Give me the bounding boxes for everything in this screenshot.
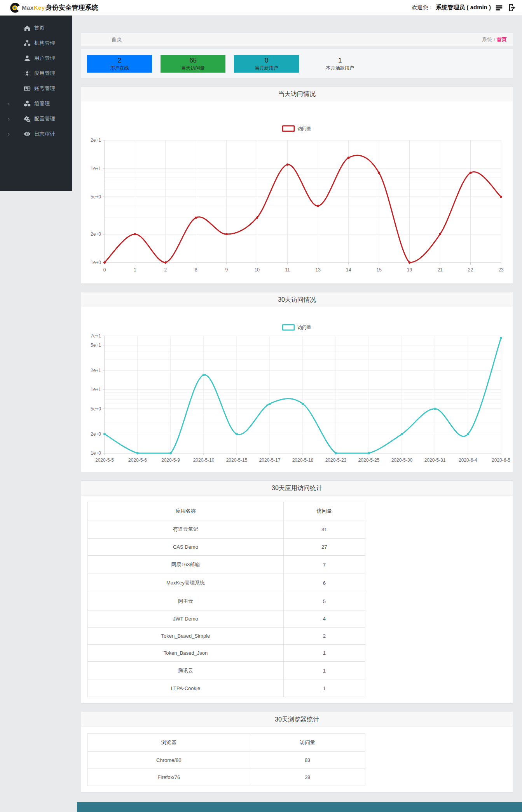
table-row: JWT Demo4 — [88, 610, 365, 628]
table-row: 有道云笔记31 — [88, 520, 365, 539]
browser-visits-table: 浏览器访问量Chrome/8083Firefox/7628 — [87, 733, 365, 786]
stat-label: 当天访问量 — [161, 65, 225, 71]
table-row: 腾讯云1 — [88, 662, 365, 680]
y-axis-tick-label: 2e+1 — [91, 368, 101, 373]
y-axis-tick-label: 5e+1 — [91, 343, 101, 348]
table-cell: LTPA-Cookie — [88, 680, 284, 697]
sidebar-item-1[interactable]: 机构管理 — [0, 35, 72, 50]
y-axis-tick-label: 1e+1 — [91, 387, 101, 392]
x-axis-tick-label: 2020-5-10 — [193, 457, 215, 463]
table-cell: 2 — [283, 628, 365, 645]
breadcrumb-parent-link[interactable]: 系统 — [482, 37, 492, 42]
x-axis-tick-label: 2020-5-9 — [161, 457, 180, 463]
chart-data-point — [103, 433, 106, 435]
x-axis-tick-label: 1 — [134, 267, 136, 273]
stat-value: 2 — [87, 56, 152, 65]
today-visits-chart: 2e+11e+15e+02e+01e+001289101113141519212… — [81, 101, 513, 283]
chart-legend-swatch[interactable] — [283, 126, 294, 131]
x-axis-tick-label: 2020-6-5 — [492, 457, 510, 463]
table-cell: Token_Based_Json — [88, 645, 284, 662]
panel-30day-browser-stats-title: 30天浏览器统计 — [81, 712, 513, 727]
table-cell: 83 — [250, 752, 365, 769]
panel-30day-visits: 30天访问情况 7e+15e+12e+11e+15e+02e+01e+02020… — [81, 292, 513, 472]
table-header-cell: 访问量 — [250, 734, 365, 752]
table-cell: 1 — [283, 680, 365, 697]
panel-today-visits-title: 当天访问情况 — [81, 87, 513, 101]
sidebar-item-label: 机构管理 — [34, 40, 55, 47]
stat-label: 用户在线 — [87, 65, 152, 71]
sitemap-icon — [23, 40, 31, 47]
y-axis-tick-label: 1e+0 — [91, 450, 101, 456]
current-user: 系统管理员 ( admin ) — [436, 4, 491, 10]
sidebar-item-6[interactable]: ›配置管理 — [0, 111, 72, 126]
x-axis-tick-label: 14 — [346, 267, 351, 273]
table-cell: 腾讯云 — [88, 662, 284, 680]
x-axis-tick-label: 21 — [437, 267, 443, 273]
chart-data-point — [136, 452, 139, 454]
sidebar-item-5[interactable]: ›组管理 — [0, 96, 72, 111]
chart-legend-label[interactable]: 访问量 — [297, 126, 311, 131]
sidebar-item-3[interactable]: 应用管理 — [0, 66, 72, 81]
breadcrumb-current-link[interactable]: 首页 — [497, 37, 507, 42]
chart-data-point — [103, 261, 106, 264]
chart-data-point — [401, 433, 403, 435]
x-axis-tick-label: 2020-5-17 — [259, 457, 281, 463]
x-axis-tick-label: 2020-5-23 — [325, 457, 347, 463]
x-axis-tick-label: 2020-5-6 — [128, 457, 147, 463]
x-axis-tick-label: 0 — [103, 267, 106, 273]
table-header-row: 应用名称访问量 — [88, 502, 365, 520]
chart-data-point — [203, 374, 205, 376]
x-axis-tick-label: 2020-5-31 — [424, 457, 446, 463]
brand-suffix: 身份安全管理系统 — [45, 4, 98, 11]
table-cell: 有道云笔记 — [88, 520, 284, 539]
table-cell: CAS Demo — [88, 539, 284, 556]
chart-data-point — [169, 452, 172, 454]
chevron-right-icon: › — [8, 101, 10, 106]
chart-legend-label[interactable]: 访问量 — [297, 325, 311, 330]
x-axis-tick-label: 2 — [164, 267, 167, 273]
main-content: 首页 系统/首页 2用户在线65当天访问量0当月新用户1本月活跃用户 当天访问情… — [77, 16, 517, 793]
line-chart: 2e+11e+15e+02e+01e+001289101113141519212… — [81, 101, 512, 282]
stat-value: 65 — [161, 56, 225, 65]
app-header: MaxKey身份安全管理系统 欢迎您：系统管理员 ( admin ) — [0, 0, 522, 16]
x-axis-tick-label: 2020-5-5 — [95, 457, 114, 463]
panel-30day-app-stats: 30天应用访问统计 应用名称访问量有道云笔记31CAS Demo27网易163邮… — [81, 480, 513, 704]
x-axis-tick-label: 9 — [225, 267, 228, 273]
sidebar-item-label: 配置管理 — [34, 115, 55, 122]
x-axis-tick-label: 2020-5-18 — [292, 457, 314, 463]
chart-legend-swatch[interactable] — [283, 325, 294, 330]
panel-30day-browser-stats: 30天浏览器统计 浏览器访问量Chrome/8083Firefox/7628 — [81, 712, 513, 793]
x-axis-tick-label: 13 — [316, 267, 321, 273]
sidebar-item-4[interactable]: 账号管理 — [0, 81, 72, 96]
table-row: Token_Based_Simple2 — [88, 628, 365, 645]
brand-key: Key — [34, 4, 45, 11]
brand-logo-icon — [10, 3, 20, 13]
sidebar-item-7[interactable]: ›日志审计 — [0, 126, 72, 141]
x-axis-tick-label: 2020-5-30 — [391, 457, 413, 463]
y-axis-tick-label: 5e+0 — [91, 406, 101, 412]
table-row: 阿里云5 — [88, 592, 365, 610]
table-row: 网易163邮箱7 — [88, 556, 365, 574]
y-axis-tick-label: 1e+0 — [91, 260, 101, 265]
table-row: MaxKey管理系统6 — [88, 574, 365, 592]
chart-data-point — [409, 261, 411, 264]
sidebar-item-0[interactable]: 首页 — [0, 20, 72, 35]
chart-data-point — [286, 163, 289, 166]
y-axis-tick-label: 7e+1 — [91, 333, 101, 339]
panel-30day-visits-title: 30天访问情况 — [81, 292, 513, 307]
table-cell: 1 — [283, 662, 365, 680]
chart-data-point — [225, 233, 228, 235]
table-header-cell: 应用名称 — [88, 502, 284, 520]
list-icon[interactable] — [495, 3, 503, 12]
y-axis-tick-label: 5e+0 — [91, 194, 101, 200]
breadcrumb-separator: / — [494, 37, 495, 42]
line-chart: 7e+15e+12e+11e+15e+02e+01e+02020-5-52020… — [81, 307, 512, 470]
logout-icon[interactable] — [507, 3, 517, 12]
chevron-right-icon: › — [8, 131, 10, 137]
table-cell: 1 — [283, 645, 365, 662]
sidebar-item-2[interactable]: 用户管理 — [0, 50, 72, 66]
chart-data-point — [500, 337, 502, 339]
panel-today-visits: 当天访问情况 2e+11e+15e+02e+01e+00128910111314… — [81, 86, 513, 284]
table-cell: 4 — [283, 610, 365, 628]
table-cell: Firefox/76 — [88, 769, 250, 786]
